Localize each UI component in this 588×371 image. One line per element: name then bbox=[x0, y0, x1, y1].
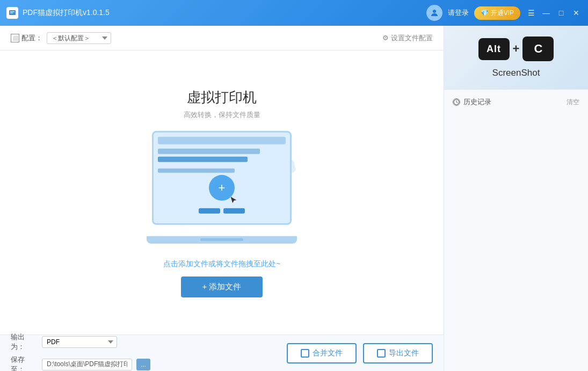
title-bar-right: 请登录 💎 开通VIP ☰ — □ ✕ bbox=[426, 5, 582, 21]
menu-button[interactable]: ☰ bbox=[526, 8, 536, 18]
bottom-right: 合并文件 导出文件 bbox=[287, 343, 433, 363]
toolbar-left: ⬜ 配置： ＜默认配置＞ bbox=[11, 32, 111, 44]
gear-icon: ⚙ bbox=[382, 34, 389, 42]
output-row: 输出为： PDF bbox=[11, 332, 150, 352]
monitor-btn-2 bbox=[223, 208, 245, 213]
svg-rect-2 bbox=[10, 13, 13, 14]
drop-zone[interactable]: 虚拟打印机 高效转换，保持文件质量 bbox=[0, 50, 444, 334]
history-title: 历史记录 bbox=[453, 97, 491, 107]
config-icon: ⬜ bbox=[11, 34, 19, 42]
drop-hint: 点击添加文件或将文件拖拽至此处~ bbox=[163, 259, 280, 269]
computer-illustration: + bbox=[147, 130, 297, 243]
user-avatar[interactable] bbox=[426, 5, 442, 21]
main-subtitle: 高效转换，保持文件质量 bbox=[184, 110, 260, 120]
close-button[interactable]: ✕ bbox=[571, 8, 582, 18]
plus-sign: + bbox=[513, 42, 520, 56]
monitor-center: + bbox=[158, 174, 286, 200]
monitor-bar1 bbox=[158, 148, 260, 154]
illustration: + + ✦ ✦ + bbox=[141, 130, 302, 249]
monitor-bar2 bbox=[158, 156, 248, 162]
monitor-bar3 bbox=[158, 168, 235, 172]
screenshot-promo: Alt + C ScreenShot bbox=[444, 26, 588, 90]
monitor-btn-1 bbox=[199, 208, 220, 213]
merge-icon bbox=[301, 349, 309, 358]
monitor-buttons bbox=[158, 208, 286, 213]
svg-line-12 bbox=[456, 102, 458, 103]
laptop-base bbox=[147, 236, 297, 243]
config-label: ⬜ 配置： bbox=[11, 33, 42, 43]
diamond-icon: 💎 bbox=[481, 9, 489, 17]
merge-button[interactable]: 合并文件 bbox=[287, 343, 357, 363]
browse-button[interactable]: ... bbox=[136, 359, 150, 370]
main-layout: ⬜ 配置： ＜默认配置＞ ⚙ 设置文件配置 虚拟打印机 高效转换，保持文件质量 bbox=[0, 26, 588, 371]
right-panel: Alt + C ScreenShot 历史记录 bbox=[444, 26, 588, 371]
monitor-screen: + bbox=[152, 130, 292, 224]
toolbar: ⬜ 配置： ＜默认配置＞ ⚙ 设置文件配置 bbox=[0, 26, 444, 50]
minimize-button[interactable]: — bbox=[541, 8, 551, 18]
monitor-titlebar bbox=[158, 136, 286, 144]
title-bar: PDF猫虚拟打印机v1.0.1.5 请登录 💎 开通VIP ☰ — □ ✕ bbox=[0, 0, 588, 26]
app-title: PDF猫虚拟打印机v1.0.1.5 bbox=[23, 8, 110, 18]
c-key: C bbox=[522, 37, 554, 61]
alt-key: Alt bbox=[478, 38, 510, 60]
maximize-button[interactable]: □ bbox=[556, 8, 567, 18]
bottom-left: 输出为： PDF 保存至： ... bbox=[11, 332, 150, 372]
save-path-input[interactable] bbox=[42, 359, 132, 370]
login-button[interactable]: 请登录 bbox=[448, 8, 469, 18]
export-button[interactable]: 导出文件 bbox=[363, 343, 433, 363]
settings-link[interactable]: ⚙ 设置文件配置 bbox=[382, 33, 433, 43]
shortcut-display: Alt + C bbox=[478, 37, 554, 61]
history-section: 历史记录 清空 bbox=[444, 90, 588, 371]
svg-rect-1 bbox=[10, 11, 14, 12]
clear-history-button[interactable]: 清空 bbox=[567, 98, 579, 107]
title-bar-left: PDF猫虚拟打印机v1.0.1.5 bbox=[6, 7, 110, 19]
config-select[interactable]: ＜默认配置＞ bbox=[47, 32, 111, 44]
vip-button[interactable]: 💎 开通VIP bbox=[474, 6, 520, 20]
main-title: 虚拟打印机 bbox=[187, 88, 257, 107]
output-format-select[interactable]: PDF bbox=[42, 336, 117, 348]
left-panel: ⬜ 配置： ＜默认配置＞ ⚙ 设置文件配置 虚拟打印机 高效转换，保持文件质量 bbox=[0, 26, 444, 371]
app-icon bbox=[6, 7, 18, 19]
clock-icon bbox=[453, 98, 460, 106]
screenshot-label: ScreenShot bbox=[492, 68, 540, 78]
add-file-button[interactable]: + 添加文件 bbox=[181, 277, 263, 297]
output-label: 输出为： bbox=[11, 332, 38, 352]
history-header: 历史记录 清空 bbox=[453, 97, 579, 107]
bottom-bar: 输出为： PDF 保存至： ... 合并文件 导出 bbox=[0, 334, 444, 371]
add-circle: + bbox=[209, 174, 235, 200]
export-icon bbox=[377, 349, 386, 358]
window-controls: ☰ — □ ✕ bbox=[526, 8, 582, 18]
save-label: 保存至： bbox=[11, 355, 38, 372]
save-row: 保存至： ... bbox=[11, 355, 150, 372]
svg-point-3 bbox=[433, 10, 436, 13]
